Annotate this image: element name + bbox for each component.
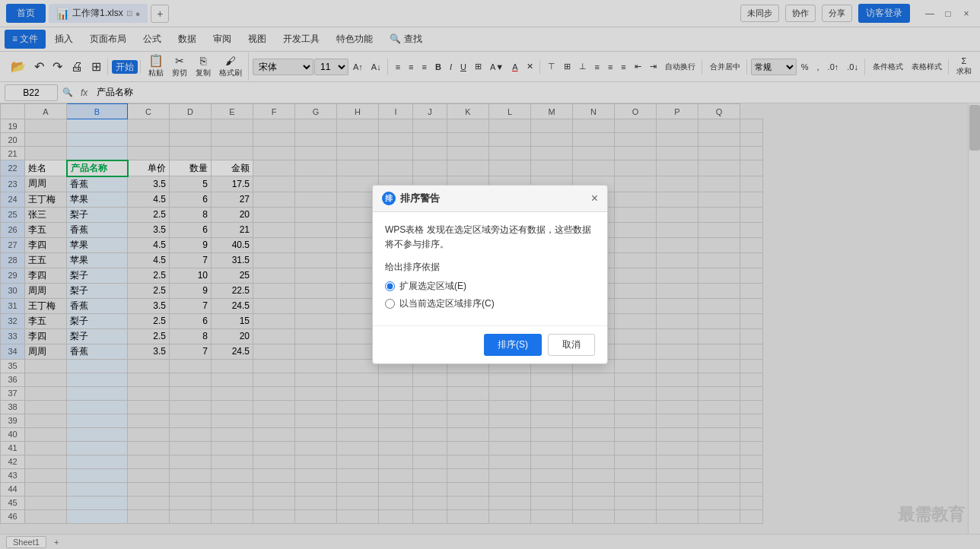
- dialog-title-text: 排序警告: [400, 192, 587, 205]
- dialog-close-button[interactable]: ×: [591, 192, 598, 205]
- sort-warning-dialog: 排 排序警告 × WPS表格 发现在选定区域旁边还有数据，这些数据将不参与排序。…: [372, 185, 608, 364]
- dialog-overlay: 排 排序警告 × WPS表格 发现在选定区域旁边还有数据，这些数据将不参与排序。…: [0, 0, 980, 549]
- expand-region-label: 扩展选定区域(E): [399, 280, 466, 293]
- dialog-message: WPS表格 发现在选定区域旁边还有数据，这些数据将不参与排序。: [385, 223, 595, 252]
- dialog-section-label: 给出排序依据: [385, 261, 595, 274]
- current-region-radio[interactable]: [385, 299, 395, 309]
- dialog-body: WPS表格 发现在选定区域旁边还有数据，这些数据将不参与排序。 给出排序依据 扩…: [373, 212, 607, 325]
- sort-confirm-button[interactable]: 排序(S): [484, 334, 542, 356]
- expand-region-radio[interactable]: [385, 281, 395, 291]
- dialog-title-bar: 排 排序警告 ×: [373, 186, 607, 212]
- current-region-label: 以当前选定区域排序(C): [399, 297, 495, 310]
- dialog-icon-text: 排: [385, 193, 393, 204]
- cancel-button[interactable]: 取消: [548, 334, 595, 356]
- dialog-footer: 排序(S) 取消: [373, 325, 607, 363]
- expand-region-radio-label[interactable]: 扩展选定区域(E): [385, 280, 595, 293]
- current-region-radio-label[interactable]: 以当前选定区域排序(C): [385, 297, 595, 310]
- dialog-title-icon: 排: [382, 192, 396, 205]
